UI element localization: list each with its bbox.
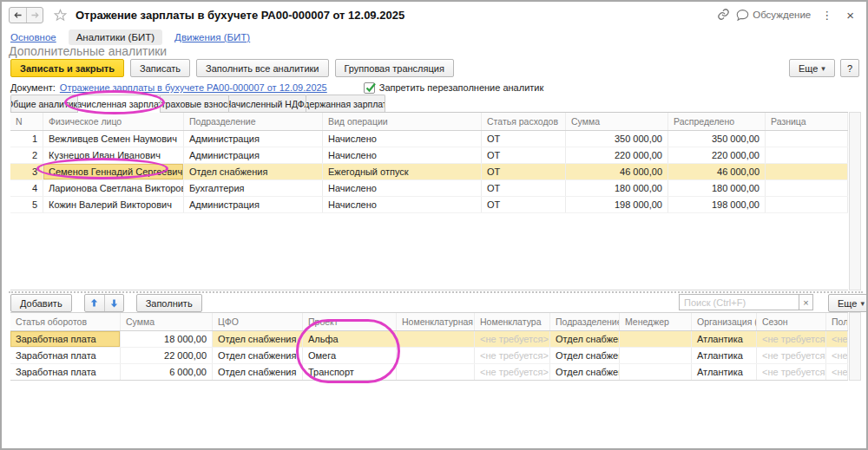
column-header[interactable]: Вид операции — [323, 113, 482, 130]
cell[interactable] — [620, 331, 692, 347]
cell[interactable]: Администрация — [184, 197, 323, 212]
column-header[interactable]: Номенклатура — [475, 313, 550, 330]
back-button[interactable] — [10, 8, 26, 23]
cell[interactable]: Бухгалтерия — [184, 180, 323, 196]
cell[interactable]: <не треб — [826, 331, 848, 347]
cell[interactable]: Отдел снабжения — [213, 331, 303, 347]
cell[interactable]: 5 — [10, 197, 43, 212]
cell[interactable]: Администрация — [184, 131, 323, 147]
cell[interactable] — [397, 348, 475, 363]
column-header[interactable]: Статья оборотов — [10, 313, 121, 330]
column-header[interactable]: Организация (ана... — [692, 313, 757, 330]
kebab-menu-icon[interactable]: ⋮ — [817, 9, 837, 22]
cell[interactable]: Отдел снабжения — [550, 331, 620, 347]
cell[interactable]: 2 — [10, 147, 43, 163]
column-header[interactable]: Физическое лицо — [43, 113, 184, 130]
cell[interactable]: Кожин Валерий Викторович — [43, 197, 184, 212]
cell[interactable]: 220 000,00 — [668, 147, 766, 163]
search-clear-icon[interactable]: × — [799, 294, 813, 310]
cell[interactable]: 180 000,00 — [566, 180, 668, 196]
lower-more-button[interactable]: Еще▾ — [828, 294, 868, 312]
fill-all-analytics-button[interactable]: Заполнить все аналитики — [196, 59, 328, 77]
cell[interactable]: Отдел снабжения — [550, 364, 620, 380]
cell[interactable] — [397, 364, 475, 380]
cell[interactable]: Отдел снабжения — [213, 348, 303, 363]
cell[interactable]: Атлантика — [692, 364, 757, 380]
cell[interactable]: Начислено — [323, 180, 482, 196]
cell[interactable]: <не требуется> — [475, 331, 550, 347]
nav-item-main[interactable]: Основное — [10, 32, 56, 42]
column-header[interactable]: Подразделение — [550, 313, 620, 330]
save-button[interactable]: Записать — [130, 59, 190, 77]
cell[interactable]: Администрация — [184, 147, 323, 163]
upper-scrollbar[interactable] — [849, 112, 861, 290]
cell[interactable]: 198 000,00 — [566, 197, 668, 212]
cell[interactable]: Транспорт — [303, 364, 397, 380]
cell[interactable]: Альфа — [303, 331, 397, 347]
cell[interactable] — [620, 364, 692, 380]
tab-accrued-salary[interactable]: Начисленная зарплата — [77, 95, 161, 113]
column-header[interactable]: Сумма — [121, 313, 213, 330]
save-close-button[interactable]: Записать и закрыть — [10, 59, 124, 77]
cell[interactable]: Вежливцев Семен Наумович — [43, 131, 184, 147]
cell[interactable]: 22 000,00 — [121, 348, 213, 363]
discussion-icon[interactable]: Обсуждение — [736, 9, 811, 21]
cell[interactable]: 3 — [10, 164, 43, 179]
search-input[interactable] — [679, 294, 799, 310]
column-header[interactable]: Распределено — [668, 113, 766, 130]
cell[interactable]: Начислено — [323, 197, 482, 212]
tab-withheld-salary[interactable]: Удержанная зарплата — [306, 95, 385, 112]
cell[interactable]: 6 000,00 — [121, 364, 213, 380]
cell[interactable]: <не треб — [826, 348, 848, 363]
cell[interactable]: Отдел снабжения — [184, 164, 323, 179]
nav-item-analytics[interactable]: Аналитики (БИТ) — [69, 29, 162, 45]
cell[interactable]: <не требуется> — [757, 364, 826, 380]
tab-common-analytics[interactable]: Общие аналитики — [10, 95, 78, 112]
cell[interactable] — [766, 147, 848, 163]
table-row[interactable]: 4Ларионова Светлана ВикторовнаБухгалтери… — [10, 180, 848, 197]
cell[interactable]: Омега — [303, 348, 397, 363]
column-header[interactable]: Проект — [303, 313, 397, 330]
cell[interactable]: <не требуется> — [757, 348, 826, 363]
table-row[interactable]: Заработная плата6 000,00Отдел снабженияТ… — [10, 364, 848, 381]
cell[interactable]: 198 000,00 — [668, 197, 766, 212]
group-broadcast-button[interactable]: Групповая трансляция — [335, 59, 454, 77]
cell[interactable]: Атлантика — [692, 348, 757, 363]
cell[interactable]: <не требуется> — [475, 364, 550, 380]
column-header[interactable]: Разница — [766, 113, 848, 130]
get-link-icon[interactable] — [717, 8, 730, 23]
cell[interactable] — [620, 348, 692, 363]
document-link[interactable]: Отражение зарплаты в бухучете РА00-00000… — [60, 82, 327, 93]
column-header[interactable]: N — [10, 113, 43, 130]
cell[interactable]: ОТ — [482, 147, 566, 163]
lower-scrollbar[interactable] — [849, 312, 861, 381]
column-header[interactable]: Статья расходов — [482, 113, 566, 130]
column-header[interactable]: Подразделение — [184, 113, 323, 130]
cell[interactable]: Ларионова Светлана Викторовна — [43, 180, 184, 196]
cell[interactable]: ОТ — [482, 197, 566, 212]
cell[interactable]: Начислено — [323, 147, 482, 163]
column-header[interactable]: Номенклатурная гру... — [397, 313, 475, 330]
more-button[interactable]: Еще▾ — [789, 59, 835, 77]
cell[interactable] — [766, 131, 848, 147]
cell[interactable] — [766, 197, 848, 212]
table-row[interactable]: 2Кузнецов Иван ИвановичАдминистрацияНачи… — [10, 147, 848, 164]
cell[interactable]: Заработная плата — [10, 331, 121, 347]
column-header[interactable]: ЦФО — [213, 313, 303, 330]
cell[interactable]: <не треб — [826, 364, 848, 380]
add-row-button[interactable]: Добавить — [10, 294, 72, 312]
table-row[interactable]: 5Кожин Валерий ВикторовичАдминистрацияНа… — [10, 197, 848, 213]
cell[interactable]: 180 000,00 — [668, 180, 766, 196]
cell[interactable]: 46 000,00 — [668, 164, 766, 179]
cell[interactable]: 350 000,00 — [668, 131, 766, 147]
cell[interactable]: ОТ — [482, 164, 566, 179]
cell[interactable]: Начислено — [323, 131, 482, 147]
close-icon[interactable]: × — [843, 8, 858, 23]
cell[interactable]: Семенов Геннадий Сергеевич — [43, 164, 184, 179]
cell[interactable]: <не требуется> — [475, 348, 550, 363]
nav-item-movements[interactable]: Движения (БИТ) — [174, 32, 250, 42]
cell[interactable]: ОТ — [482, 131, 566, 147]
table-row[interactable]: Заработная плата18 000,00Отдел снабжения… — [10, 331, 848, 348]
column-header[interactable]: Сезон — [757, 313, 826, 330]
cell[interactable]: Отдел снабжения — [550, 348, 620, 363]
